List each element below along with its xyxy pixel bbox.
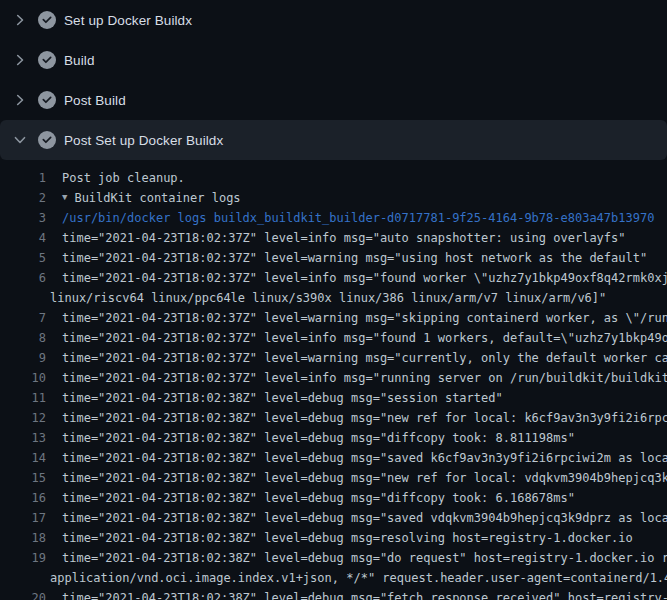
step-post-build[interactable]: Post Build [0,80,667,120]
log-line-text: time="2021-04-23T18:02:37Z" level=warnin… [62,248,647,268]
log-output: 1 Post job cleanup. 2 ▼BuildKit containe… [0,160,667,600]
log-line-text: time="2021-04-23T18:02:38Z" level=debug … [62,488,575,508]
log-line-number[interactable]: 17 [0,508,46,528]
log-line-text: time="2021-04-23T18:02:38Z" level=debug … [62,448,667,468]
log-line-number[interactable]: 6 [0,268,46,288]
log-line: 7 time="2021-04-23T18:02:37Z" level=warn… [0,308,667,328]
log-line-number[interactable]: 14 [0,448,46,468]
log-line-number[interactable]: 2 [0,188,46,208]
log-line-continuation: linux/riscv64 linux/ppc64le linux/s390x … [0,288,667,308]
log-line: 6 time="2021-04-23T18:02:37Z" level=info… [0,268,667,288]
log-line: 5 time="2021-04-23T18:02:37Z" level=warn… [0,248,667,268]
log-line-continuation: application/vnd.oci.image.index.v1+json,… [0,568,667,588]
check-circle-icon [38,11,56,29]
log-line: 15 time="2021-04-23T18:02:38Z" level=deb… [0,468,667,488]
log-line-number[interactable]: 8 [0,328,46,348]
log-line-text: linux/riscv64 linux/ppc64le linux/s390x … [50,288,606,308]
log-line-number [0,568,46,588]
log-line-number[interactable]: 19 [0,548,46,568]
log-group-header: 2 ▼BuildKit container logs [0,188,667,208]
log-line: 12 time="2021-04-23T18:02:38Z" level=deb… [0,408,667,428]
steps-list: Set up Docker Buildx Build Post Build [0,0,667,160]
log-line-text: /usr/bin/docker logs buildx_buildkit_bui… [62,208,654,228]
step-set-up-docker-buildx[interactable]: Set up Docker Buildx [0,0,667,40]
log-line-text: time="2021-04-23T18:02:38Z" level=debug … [62,508,667,528]
log-line-text: time="2021-04-23T18:02:38Z" level=debug … [62,468,667,488]
log-line-number[interactable]: 1 [0,168,46,188]
log-line-text: Post job cleanup. [62,168,185,188]
log-line-text: time="2021-04-23T18:02:37Z" level=warnin… [62,308,667,328]
chevron-right-icon [12,52,28,68]
log-line-text: application/vnd.oci.image.index.v1+json,… [50,568,667,588]
log-line-number [0,288,46,308]
log-line-number[interactable]: 4 [0,228,46,248]
log-line: 1 Post job cleanup. [0,168,667,188]
log-line: 14 time="2021-04-23T18:02:38Z" level=deb… [0,448,667,468]
log-line-number[interactable]: 18 [0,528,46,548]
log-line: 19 time="2021-04-23T18:02:38Z" level=deb… [0,548,667,568]
log-line-number[interactable]: 10 [0,368,46,388]
log-line: 10 time="2021-04-23T18:02:37Z" level=inf… [0,368,667,388]
log-line-text: time="2021-04-23T18:02:38Z" level=debug … [62,588,667,600]
log-line: 16 time="2021-04-23T18:02:38Z" level=deb… [0,488,667,508]
log-line-number[interactable]: 3 [0,208,46,228]
log-line-text: time="2021-04-23T18:02:37Z" level=warnin… [62,348,667,368]
check-circle-icon [38,51,56,69]
log-group-label: BuildKit container logs [74,188,240,208]
triangle-down-icon: ▼ [62,188,67,207]
log-line-number[interactable]: 5 [0,248,46,268]
log-line: 9 time="2021-04-23T18:02:37Z" level=warn… [0,348,667,368]
log-group-toggle[interactable]: ▼BuildKit container logs [62,188,241,208]
log-line: 17 time="2021-04-23T18:02:38Z" level=deb… [0,508,667,528]
step-label: Build [64,53,95,68]
log-line-number[interactable]: 12 [0,408,46,428]
log-line-text: time="2021-04-23T18:02:37Z" level=info m… [62,368,667,388]
chevron-down-icon [12,132,28,148]
log-line-number[interactable]: 20 [0,588,46,600]
log-line: 18 time="2021-04-23T18:02:38Z" level=deb… [0,528,667,548]
log-line-text: time="2021-04-23T18:02:37Z" level=info m… [62,328,667,348]
step-post-set-up-docker-buildx[interactable]: Post Set up Docker Buildx [0,120,667,160]
step-build[interactable]: Build [0,40,667,80]
log-line-text: time="2021-04-23T18:02:37Z" level=info m… [62,228,626,248]
check-circle-icon [38,91,56,109]
check-circle-icon [38,131,56,149]
log-line-number[interactable]: 15 [0,468,46,488]
log-line-text: time="2021-04-23T18:02:38Z" level=debug … [62,548,667,568]
log-line-number[interactable]: 11 [0,388,46,408]
log-line: 4 time="2021-04-23T18:02:37Z" level=info… [0,228,667,248]
log-line-command: 3 /usr/bin/docker logs buildx_buildkit_b… [0,208,667,228]
log-line: 11 time="2021-04-23T18:02:38Z" level=deb… [0,388,667,408]
log-line: 8 time="2021-04-23T18:02:37Z" level=info… [0,328,667,348]
chevron-right-icon [12,12,28,28]
log-line-number[interactable]: 9 [0,348,46,368]
log-line-text: time="2021-04-23T18:02:38Z" level=debug … [62,388,503,408]
actions-log-viewer: Set up Docker Buildx Build Post Build [0,0,667,600]
log-line-text: time="2021-04-23T18:02:38Z" level=debug … [62,428,575,448]
log-line: 20 time="2021-04-23T18:02:38Z" level=deb… [0,588,667,600]
log-line-number[interactable]: 7 [0,308,46,328]
chevron-right-icon [12,92,28,108]
log-line-text: time="2021-04-23T18:02:38Z" level=debug … [62,528,633,548]
log-line: 13 time="2021-04-23T18:02:38Z" level=deb… [0,428,667,448]
log-line-number[interactable]: 16 [0,488,46,508]
log-line-text: time="2021-04-23T18:02:37Z" level=info m… [62,268,667,288]
log-line-text: time="2021-04-23T18:02:38Z" level=debug … [62,408,667,428]
step-label: Set up Docker Buildx [64,13,192,28]
log-line-number[interactable]: 13 [0,428,46,448]
step-label: Post Set up Docker Buildx [64,133,223,148]
step-label: Post Build [64,93,126,108]
